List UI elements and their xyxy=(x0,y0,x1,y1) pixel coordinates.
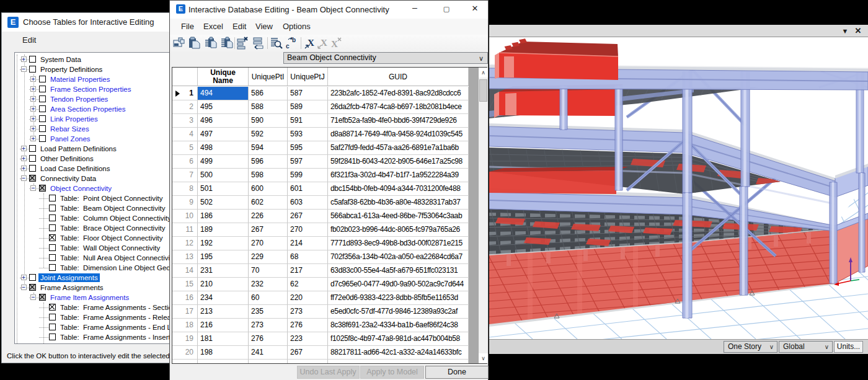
table-cell[interactable]: 595 xyxy=(288,141,328,155)
tree-checkbox-unchecked[interactable] xyxy=(49,324,56,330)
find-icon[interactable] xyxy=(270,37,283,50)
table-row[interactable]: 649959659759f2841b-6043-4202-b905-646e17… xyxy=(172,155,469,169)
tree-checkbox-unchecked[interactable] xyxy=(49,195,56,201)
table-cell[interactable]: 270 xyxy=(288,223,328,237)
table-selector[interactable]: Beam Object Connectivity ∨ xyxy=(283,52,488,64)
table-cell[interactable]: d8a88714-7649-4f0a-9458-924d1039c545 xyxy=(328,128,469,141)
table-row[interactable]: 142317021763d83c00-55e4-4a5f-a679-651ffc… xyxy=(172,264,469,278)
revert-x-icon[interactable]: X xyxy=(317,37,330,50)
expand-icon[interactable]: + xyxy=(21,146,27,151)
scroll-down-icon[interactable]: ∨ xyxy=(479,353,488,363)
scroll-up-icon[interactable]: ∧ xyxy=(479,68,488,77)
replace-cb-icon[interactable]: cb xyxy=(286,37,298,50)
table-cell[interactable]: 597 xyxy=(288,155,328,169)
table-cell[interactable]: 596 xyxy=(249,155,288,169)
table-cell[interactable]: 598 xyxy=(249,169,288,182)
dialog-titlebar[interactable]: E Interactive Database Editing - Beam Ob… xyxy=(170,1,488,19)
tree-checkbox-unchecked[interactable] xyxy=(49,343,56,344)
table-row[interactable]: 1623460220ff72e0d6-9383-4223-8dbb-85fb5e… xyxy=(172,291,469,305)
row-number[interactable]: 13 xyxy=(172,250,198,264)
tree-checkbox-unchecked[interactable] xyxy=(29,145,36,152)
table-cell[interactable]: 602 xyxy=(249,196,288,210)
table-cell[interactable]: 267 xyxy=(288,346,328,360)
tree-checkbox-unchecked[interactable] xyxy=(39,115,46,122)
table-row[interactable]: 17213235273e5ed0cfc-57df-477d-9846-12389… xyxy=(172,305,469,319)
table-cell[interactable]: 59f2841b-6043-4202-b905-646e17a25c98 xyxy=(328,155,469,169)
table-cell[interactable]: 60 xyxy=(249,291,288,305)
expand-icon[interactable]: + xyxy=(21,156,27,161)
undo-last-apply-button[interactable]: Undo Last Apply xyxy=(297,366,360,379)
tree-checkbox-unchecked[interactable] xyxy=(49,334,56,340)
table-cell[interactable]: fb02b023-b996-44dc-8065-fc979a765a26 xyxy=(328,223,469,237)
table-cell[interactable]: 192 xyxy=(198,237,249,250)
tree-checkbox-unchecked[interactable] xyxy=(39,125,46,132)
table-cell[interactable]: 501 xyxy=(198,182,249,196)
table-cell[interactable]: 566abca1-613a-4eed-86be-7f53064c3aab xyxy=(328,210,469,223)
expand-icon[interactable]: + xyxy=(30,76,36,82)
expand-icon[interactable]: + xyxy=(30,136,36,141)
viewport-titlebar[interactable]: ▼ ✕ xyxy=(489,25,868,37)
table-cell[interactable]: 496 xyxy=(198,114,249,128)
table-cell[interactable]: 497 xyxy=(198,128,249,141)
table-cell[interactable]: 590 xyxy=(249,114,288,128)
paste-left-icon[interactable] xyxy=(205,37,217,50)
tree-checkbox-unchecked[interactable] xyxy=(29,274,36,281)
move-row-icon[interactable] xyxy=(252,37,265,50)
table-cell[interactable]: 499 xyxy=(198,155,249,169)
table-cell[interactable]: 589 xyxy=(288,100,328,114)
table-cell[interactable]: f1025f8c-4b97-47a8-981d-ac447b004b58 xyxy=(328,332,469,346)
table-cell[interactable]: 267 xyxy=(249,223,288,237)
units-button[interactable]: Units... xyxy=(834,341,863,353)
collapse-icon[interactable]: − xyxy=(30,294,36,300)
table-cell[interactable]: 702f356a-134b-402a-a050-ea22684cd6a7 xyxy=(328,250,469,264)
row-number[interactable]: 14 xyxy=(172,264,198,278)
expand-icon[interactable]: + xyxy=(30,126,36,131)
minimize-icon[interactable]: – xyxy=(405,1,424,18)
column-header[interactable]: GUID xyxy=(328,68,469,86)
table-row[interactable]: 10186226267566abca1-613a-4eed-86be-7f530… xyxy=(172,210,469,223)
expand-icon[interactable]: + xyxy=(21,56,27,62)
story-selector[interactable]: One Story ∨ xyxy=(724,341,777,353)
table-cell[interactable]: 495 xyxy=(198,100,249,114)
database-table[interactable]: UniqueNameUniquePtIUniquePtJGUID14945865… xyxy=(172,67,487,364)
maximize-icon[interactable]: ▢ xyxy=(437,1,456,18)
column-header[interactable]: UniquePtI xyxy=(249,68,288,86)
table-cell[interactable]: 586 xyxy=(249,87,288,100)
tree-checkbox-unchecked[interactable] xyxy=(39,86,46,92)
table-row[interactable]: 19181276223f1025f8c-4b97-47a8-981d-ac447… xyxy=(172,332,469,346)
table-row[interactable]: 9502602603c5afaf38-62bb-4b36-a80e-483283… xyxy=(172,196,469,210)
model-3d-view[interactable] xyxy=(489,38,868,339)
table-cell[interactable]: 186 xyxy=(198,210,249,223)
table-cell[interactable]: 68 xyxy=(288,250,328,264)
table-cell[interactable]: 217 xyxy=(288,264,328,278)
table-cell[interactable]: 181 xyxy=(198,332,249,346)
table-row[interactable]: 1521023262d7c965e0-0477-49d0-9a90-502ac9… xyxy=(172,278,469,291)
table-cell[interactable]: 502 xyxy=(198,196,249,210)
tree-checkbox-unchecked[interactable] xyxy=(39,76,46,82)
table-cell[interactable]: 6f321f3a-302d-4b47-b1f7-1a9522284a39 xyxy=(328,169,469,182)
table-row[interactable]: 4497592593d8a88714-7649-4f0a-9458-924d10… xyxy=(172,128,469,141)
table-cell[interactable]: 603 xyxy=(288,196,328,210)
row-number[interactable]: 16 xyxy=(172,291,198,305)
table-row[interactable]: 1494586587223b2afc-1852-47ed-8391-8ac92d… xyxy=(172,87,469,100)
tree-checkbox-unchecked[interactable] xyxy=(29,66,36,73)
table-cell[interactable]: 88217811-ad66-42c1-a332-a24a14633bfc xyxy=(328,346,469,360)
table-cell[interactable]: ff72e0d6-9383-4223-8dbb-85fb5e11653d xyxy=(328,291,469,305)
table-row[interactable]: 75005985996f321f3a-302d-4b47-b1f7-1a9522… xyxy=(172,169,469,182)
table-cell[interactable]: 226 xyxy=(249,210,288,223)
table-cell[interactable]: dbc154bb-0feb-4094-a344-7031200fe488 xyxy=(328,182,469,196)
menu-item-view[interactable]: View xyxy=(255,22,273,31)
expand-icon[interactable]: + xyxy=(21,275,27,280)
table-cell[interactable]: 189 xyxy=(198,223,249,237)
tree-checkbox-unchecked[interactable] xyxy=(49,205,56,211)
delete-rows-icon[interactable] xyxy=(237,37,249,50)
table-row[interactable]: 8501600601dbc154bb-0feb-4094-a344-703120… xyxy=(172,182,469,196)
row-number[interactable]: 12 xyxy=(172,237,198,250)
table-cell[interactable]: 235 xyxy=(249,305,288,319)
table-cell[interactable]: 592 xyxy=(249,128,288,141)
table-cell[interactable]: 599 xyxy=(288,169,328,182)
table-cell[interactable]: 241 xyxy=(249,346,288,360)
tree-checkbox-unchecked[interactable] xyxy=(29,155,36,162)
table-cell[interactable]: 494 xyxy=(198,87,249,100)
row-number[interactable]: 15 xyxy=(172,278,198,291)
